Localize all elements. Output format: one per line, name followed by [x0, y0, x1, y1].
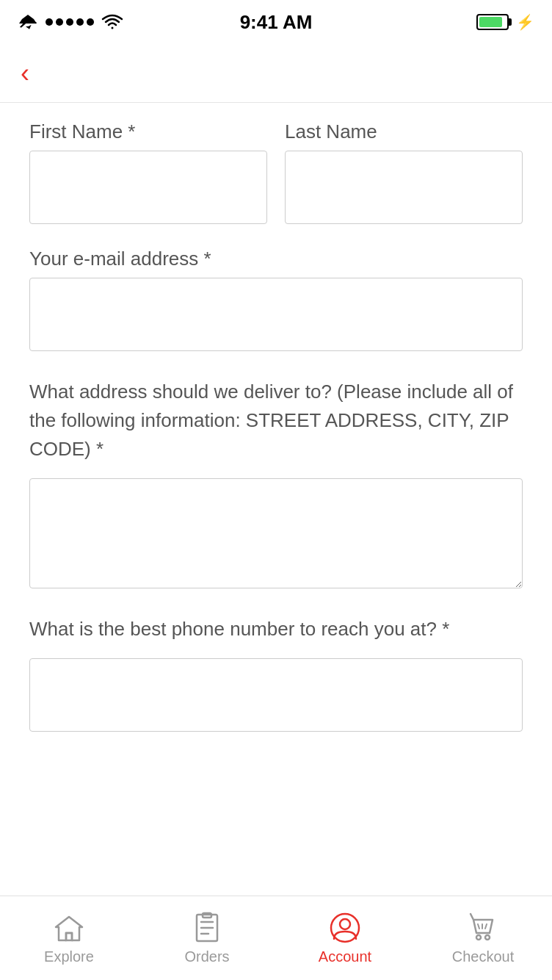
home-icon: [53, 912, 85, 944]
orders-label: Orders: [184, 948, 229, 965]
email-label: Your e-mail address *: [29, 248, 523, 270]
account-label: Account: [319, 948, 371, 965]
svg-point-8: [476, 935, 481, 940]
wifi-icon: [101, 13, 123, 31]
svg-point-6: [331, 914, 359, 942]
last-name-group: Last Name: [285, 120, 523, 224]
signal-dots: [46, 18, 94, 26]
svg-point-9: [485, 935, 490, 940]
address-group: What address should we deliver to? (Plea…: [29, 378, 523, 588]
nav-bar: ‹: [0, 44, 552, 103]
email-input[interactable]: [29, 278, 523, 351]
last-name-input[interactable]: [285, 151, 523, 224]
name-row: First Name * Last Name: [29, 120, 523, 224]
orders-icon: [191, 912, 223, 944]
battery-icon: [476, 14, 509, 30]
address-label: What address should we deliver to? (Plea…: [29, 378, 523, 464]
phone-label: What is the best phone number to reach y…: [29, 615, 523, 644]
phone-group: What is the best phone number to reach y…: [29, 615, 523, 732]
form-content: First Name * Last Name Your e-mail addre…: [0, 103, 552, 776]
status-right: ⚡: [476, 13, 534, 31]
back-button[interactable]: ‹: [21, 60, 29, 87]
nav-item-explore[interactable]: Explore: [0, 912, 138, 965]
first-name-group: First Name *: [29, 120, 267, 224]
bottom-nav: Explore Orders Account: [0, 896, 552, 980]
airplane-icon: [18, 13, 38, 31]
last-name-label: Last Name: [285, 120, 523, 143]
svg-rect-0: [66, 933, 72, 940]
svg-point-7: [340, 919, 350, 929]
first-name-input[interactable]: [29, 151, 267, 224]
first-name-label: First Name *: [29, 120, 267, 143]
nav-item-orders[interactable]: Orders: [138, 912, 276, 965]
email-group: Your e-mail address *: [29, 248, 523, 351]
account-icon: [329, 912, 361, 944]
address-input[interactable]: [29, 478, 523, 588]
bolt-icon: ⚡: [516, 13, 534, 31]
explore-label: Explore: [44, 948, 94, 965]
status-bar: 9:41 AM ⚡: [0, 0, 552, 44]
checkout-label: Checkout: [452, 948, 515, 965]
phone-input[interactable]: [29, 658, 523, 732]
nav-item-account[interactable]: Account: [276, 912, 414, 965]
status-time: 9:41 AM: [240, 11, 313, 34]
checkout-icon: [467, 912, 499, 944]
status-left: [18, 13, 123, 31]
nav-item-checkout[interactable]: Checkout: [414, 912, 552, 965]
